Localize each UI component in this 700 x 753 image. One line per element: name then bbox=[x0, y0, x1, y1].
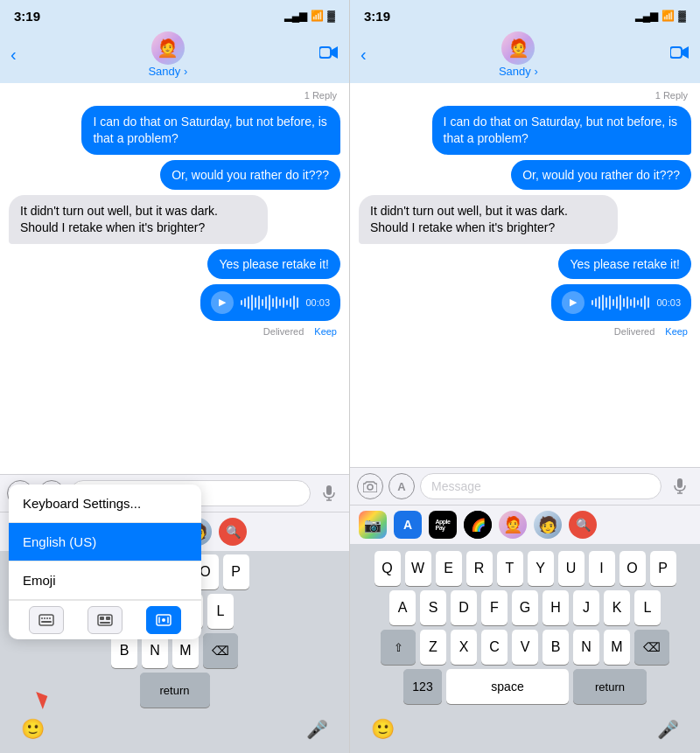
key-w[interactable]: W bbox=[405, 551, 431, 586]
key-q[interactable]: Q bbox=[374, 551, 401, 586]
app-store-icon-right[interactable]: A bbox=[388, 473, 415, 499]
key-d[interactable]: D bbox=[451, 590, 477, 625]
key-t[interactable]: T bbox=[497, 551, 523, 586]
key-a[interactable]: A bbox=[389, 590, 416, 625]
contact-name-left[interactable]: Sandy bbox=[148, 65, 187, 78]
appstore-app-icon-right[interactable]: A bbox=[394, 511, 422, 539]
key-y-r[interactable]: Y bbox=[528, 551, 554, 586]
nav-bar-right: ‹ 🧑‍🦰 Sandy bbox=[350, 28, 700, 83]
key-f[interactable]: F bbox=[481, 590, 508, 625]
key-o-r[interactable]: O bbox=[620, 551, 646, 586]
popup-english-us[interactable]: English (US) bbox=[9, 523, 201, 561]
message-input-right[interactable]: Message bbox=[420, 473, 662, 499]
key-p-r[interactable]: P bbox=[650, 551, 676, 586]
audio-play-button-left[interactable]: ▶ bbox=[211, 291, 234, 314]
search-icon-right[interactable]: 🔍 bbox=[569, 511, 597, 539]
key-n-r[interactable]: N bbox=[573, 630, 599, 665]
reply-label-left: 1 Reply bbox=[9, 90, 340, 101]
key-x[interactable]: X bbox=[451, 630, 477, 665]
key-g[interactable]: G bbox=[512, 590, 538, 625]
kb-icon-3[interactable] bbox=[146, 606, 181, 634]
video-button-right[interactable] bbox=[670, 45, 690, 64]
keep-button-right[interactable]: Keep bbox=[665, 326, 688, 337]
svg-rect-22 bbox=[670, 47, 682, 58]
status-time-right: 3:19 bbox=[364, 9, 390, 24]
key-return-left[interactable]: return bbox=[140, 673, 210, 708]
key-k-r[interactable]: K bbox=[604, 590, 630, 625]
key-r[interactable]: R bbox=[466, 551, 493, 586]
reply-label-right: 1 Reply bbox=[359, 90, 691, 101]
audio-duration-left: 00:03 bbox=[305, 297, 330, 308]
popup-keyboard-settings[interactable]: Keyboard Settings... bbox=[9, 485, 201, 523]
key-p[interactable]: P bbox=[223, 554, 249, 589]
key-m-r[interactable]: M bbox=[604, 630, 630, 665]
wifi-icon-left: 📶 bbox=[311, 10, 324, 22]
photos-app-icon-right[interactable]: 📷 bbox=[359, 511, 387, 539]
key-h-r[interactable]: H bbox=[542, 590, 569, 625]
key-l[interactable]: L bbox=[207, 594, 234, 629]
video-button-left[interactable] bbox=[319, 45, 339, 64]
emoji-button-left[interactable]: 🙂 bbox=[21, 718, 45, 741]
kb-icon-1[interactable] bbox=[29, 606, 64, 634]
battery-icon-left: ▓ bbox=[327, 10, 335, 22]
camera-icon-right[interactable] bbox=[357, 473, 383, 499]
key-i-r[interactable]: I bbox=[589, 551, 615, 586]
key-j-r[interactable]: J bbox=[573, 590, 599, 625]
key-b[interactable]: B bbox=[542, 630, 569, 665]
back-button-right[interactable]: ‹ bbox=[360, 45, 367, 65]
back-button-left[interactable]: ‹ bbox=[10, 45, 17, 65]
key-c[interactable]: C bbox=[481, 630, 508, 665]
avatar-right: 🧑‍🦰 bbox=[501, 31, 535, 65]
key-space-right[interactable]: space bbox=[446, 669, 569, 704]
key-delete-left[interactable]: ⌫ bbox=[203, 633, 238, 668]
arrow-indicator bbox=[33, 694, 46, 708]
audio-icon-right[interactable] bbox=[667, 473, 693, 499]
kb-row-1: Q W E R T Y U I O P bbox=[354, 551, 696, 586]
key-e[interactable]: E bbox=[436, 551, 462, 586]
svg-rect-17 bbox=[100, 622, 110, 624]
mic-button-left[interactable]: 🎤 bbox=[306, 719, 328, 740]
signal-icon-right: ▂▄▆ bbox=[635, 10, 659, 22]
popup-keyboard-row bbox=[9, 600, 201, 639]
search-icon-left[interactable]: 🔍 bbox=[219, 518, 247, 546]
keep-button-left[interactable]: Keep bbox=[314, 326, 337, 337]
message-placeholder-right: Message bbox=[431, 479, 481, 493]
bottom-bar-right: 🙂 🎤 bbox=[350, 711, 700, 753]
kb-icon-2[interactable] bbox=[88, 606, 122, 634]
key-return-right[interactable]: return bbox=[573, 669, 647, 704]
key-v[interactable]: V bbox=[512, 630, 538, 665]
kb-row-2: A S D F G H J K L bbox=[354, 590, 696, 625]
applepay-icon-right[interactable]: ApplePay bbox=[429, 511, 457, 539]
mic-button-right[interactable]: 🎤 bbox=[657, 719, 679, 740]
key-z[interactable]: Z bbox=[420, 630, 446, 665]
audio-waveform-left bbox=[241, 294, 298, 311]
key-u-r[interactable]: U bbox=[558, 551, 584, 586]
svg-rect-3 bbox=[326, 485, 332, 495]
emoji-button-right[interactable]: 🙂 bbox=[371, 718, 395, 741]
audio-play-button-right[interactable]: ▶ bbox=[562, 291, 584, 314]
audio-bubble-right: ▶ 00:03 bbox=[551, 284, 691, 321]
rainbow-icon-right[interactable]: 🌈 bbox=[464, 511, 492, 539]
svg-rect-0 bbox=[319, 47, 331, 58]
input-bar-right: A Message bbox=[350, 467, 700, 505]
message-bubble-2-left: Or, would you rather do it??? bbox=[160, 160, 340, 190]
audio-icon-left[interactable] bbox=[316, 480, 342, 506]
status-bar-right: 3:19 ▂▄▆ 📶 ▓ bbox=[350, 0, 700, 28]
popup-emoji[interactable]: Emoji bbox=[9, 561, 201, 600]
avatar-left: 🧑‍🦰 bbox=[151, 31, 185, 65]
keyboard-popup: Keyboard Settings... English (US) Emoji bbox=[9, 485, 201, 639]
delivered-label-right: Delivered bbox=[614, 326, 654, 337]
contact-name-right[interactable]: Sandy bbox=[499, 65, 538, 78]
svg-marker-1 bbox=[332, 46, 338, 59]
kb-row-3: ⇧ Z X C V B N M ⌫ bbox=[354, 630, 696, 665]
key-delete-right[interactable]: ⌫ bbox=[634, 630, 669, 665]
avatar2-icon-right[interactable]: 🧑 bbox=[534, 511, 562, 539]
status-time-left: 3:19 bbox=[14, 9, 40, 24]
avatar1-icon-right[interactable]: 🧑‍🦰 bbox=[499, 511, 527, 539]
key-shift-right[interactable]: ⇧ bbox=[381, 630, 416, 665]
key-s[interactable]: S bbox=[420, 590, 446, 625]
key-123-right[interactable]: 123 bbox=[403, 669, 442, 704]
svg-point-19 bbox=[162, 618, 165, 622]
left-panel: 3:19 ▂▄▆ 📶 ▓ ‹ 🧑‍🦰 Sandy 1 Reply I can d… bbox=[0, 0, 350, 753]
key-l-r[interactable]: L bbox=[634, 590, 661, 625]
